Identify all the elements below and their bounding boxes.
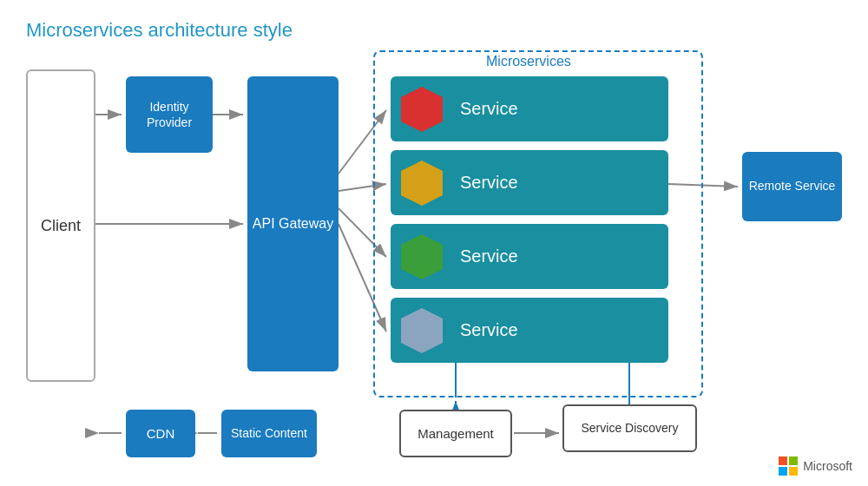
page-title: Microservices architecture style	[26, 19, 293, 42]
static-content-box: Static Content	[221, 410, 317, 457]
ms-square-red	[779, 456, 787, 465]
static-content-label: Static Content	[231, 425, 307, 441]
ms-square-green	[789, 456, 798, 465]
microsoft-logo: Microsoft	[779, 456, 852, 476]
cdn-label: CDN	[147, 426, 175, 441]
ms-square-blue	[779, 467, 787, 476]
hex-icon-1	[399, 85, 444, 134]
api-gateway-box: API Gateway	[247, 76, 339, 371]
client-label: Client	[41, 217, 81, 235]
svg-marker-17	[401, 87, 443, 132]
service-discovery-box: Service Discovery	[562, 404, 697, 452]
service-box-3: Service	[391, 224, 668, 289]
api-gateway-label: API Gateway	[253, 214, 333, 233]
remote-service-label: Remote Service	[749, 178, 836, 195]
service-box-2: Service	[391, 150, 668, 215]
client-box: Client	[26, 69, 95, 382]
service-label-4: Service	[460, 320, 518, 340]
identity-provider-box: Identity Provider	[126, 76, 213, 153]
ms-squares-icon	[779, 456, 798, 476]
management-box: Management	[399, 410, 512, 457]
service-box-1: Service	[391, 76, 668, 141]
service-label-3: Service	[460, 246, 518, 266]
identity-provider-label: Identity Provider	[133, 99, 206, 130]
ms-square-yellow	[789, 467, 798, 476]
service-label-1: Service	[460, 99, 518, 119]
svg-marker-19	[401, 234, 443, 279]
hex-icon-3	[399, 233, 444, 281]
management-label: Management	[418, 426, 494, 441]
service-label-2: Service	[460, 173, 518, 193]
hex-icon-2	[399, 159, 444, 207]
svg-marker-20	[401, 308, 443, 353]
remote-service-box: Remote Service	[742, 152, 842, 221]
hex-icon-4	[399, 306, 444, 355]
microsoft-label: Microsoft	[803, 459, 852, 473]
service-discovery-label: Service Discovery	[581, 420, 678, 436]
cdn-box: CDN	[126, 410, 195, 457]
service-box-4: Service	[391, 298, 668, 363]
svg-marker-18	[401, 161, 443, 206]
